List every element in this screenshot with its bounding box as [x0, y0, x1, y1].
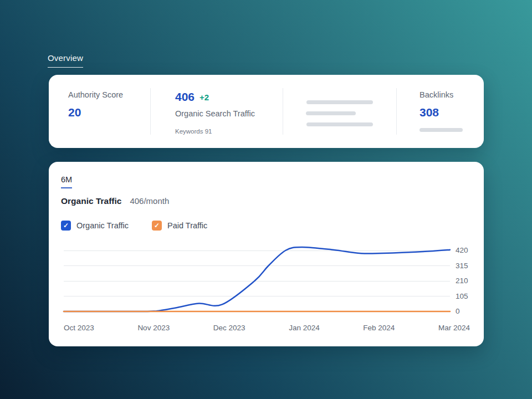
x-axis-tick-label: Dec 2023 — [213, 324, 245, 332]
tab-overview[interactable]: Overview — [48, 53, 83, 68]
organic-traffic-checkbox[interactable]: ✓ — [61, 221, 71, 231]
organic-search-traffic-label: Organic Search Traffic — [175, 109, 283, 118]
y-axis-tick-label: 315 — [456, 262, 482, 270]
traffic-title-row: Organic Traffic 406/month — [61, 196, 169, 206]
skeleton-bar — [306, 122, 373, 126]
stat-placeholder — [283, 75, 396, 148]
stat-authority-score: Authority Score 20 — [49, 75, 150, 148]
legend-item-paid-traffic[interactable]: ✓ Paid Traffic — [152, 221, 207, 231]
chart-plot-area — [64, 245, 450, 317]
series-line-organic-traffic — [64, 247, 450, 311]
y-axis-tick-label: 210 — [456, 277, 482, 285]
traffic-line-chart: 4203152101050 — [64, 245, 450, 317]
backlinks-label: Backlinks — [420, 90, 484, 99]
skeleton-bar — [306, 111, 356, 115]
legend-item-organic-traffic[interactable]: ✓ Organic Traffic — [61, 221, 129, 231]
traffic-card: 6M Organic Traffic 406/month ✓ Organic T… — [49, 162, 484, 346]
stat-organic-search-traffic: 406 +2 Organic Search Traffic Keywords 9… — [150, 75, 283, 148]
x-axis-tick-label: Jan 2024 — [289, 324, 320, 332]
legend-label-organic: Organic Traffic — [76, 221, 129, 230]
authority-score-value: 20 — [68, 106, 150, 119]
y-axis-tick-label: 105 — [456, 292, 482, 300]
x-axis-tick-label: Mar 2024 — [438, 324, 470, 332]
organic-search-traffic-delta: +2 — [200, 93, 209, 102]
chart-legend: ✓ Organic Traffic ✓ Paid Traffic — [61, 221, 207, 231]
stats-card: Authority Score 20 406 +2 Organic Search… — [49, 75, 484, 148]
authority-score-label: Authority Score — [68, 90, 150, 99]
organic-search-traffic-value: 406 — [175, 90, 195, 104]
keywords-count: Keywords 91 — [175, 128, 283, 135]
traffic-per-month-value: 406/month — [130, 196, 169, 206]
stat-backlinks: Backlinks 308 — [396, 75, 484, 148]
y-axis-tick-label: 0 — [456, 307, 482, 315]
y-axis-tick-label: 420 — [456, 246, 482, 254]
tab-6m-range[interactable]: 6M — [61, 175, 72, 188]
skeleton-bar — [306, 100, 373, 104]
x-axis-tick-label: Feb 2024 — [363, 324, 395, 332]
legend-label-paid: Paid Traffic — [167, 221, 207, 230]
x-axis-tick-label: Nov 2023 — [137, 324, 170, 332]
x-axis-labels: Oct 2023Nov 2023Dec 2023Jan 2024Feb 2024… — [64, 324, 470, 332]
paid-traffic-checkbox[interactable]: ✓ — [152, 221, 162, 231]
backlinks-value: 308 — [420, 106, 484, 119]
skeleton-bar — [420, 128, 463, 132]
x-axis-tick-label: Oct 2023 — [64, 324, 94, 332]
traffic-card-title: Organic Traffic — [61, 196, 121, 206]
